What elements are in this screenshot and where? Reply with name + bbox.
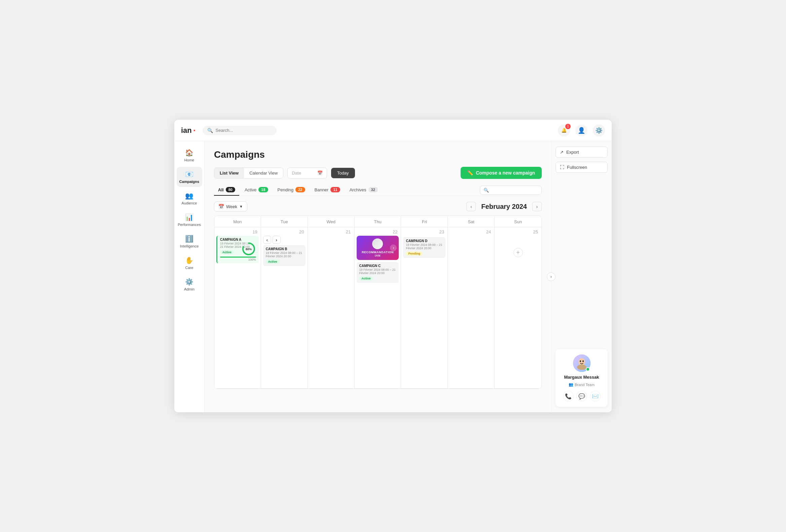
tab-search[interactable]: 🔍 xyxy=(480,186,542,195)
add-event-button[interactable]: + xyxy=(513,248,523,257)
audience-icon: 👥 xyxy=(185,192,193,200)
cal-cell-sun[interactable]: 25 + xyxy=(494,227,541,389)
global-search[interactable]: 🔍 xyxy=(203,126,277,135)
campaign-search-input[interactable] xyxy=(491,188,538,192)
campaign-b-block[interactable]: CAMPAIGN B 19 Février 2024 08:00 – 21 Fé… xyxy=(263,245,305,266)
user-card: Margaux Messak 👥 Brand Team 📞 💬 ✉️ xyxy=(556,349,608,407)
cal-cell-tue[interactable]: 20 ‹ › CAMPAIGN B 19 Février 2024 08:00 … xyxy=(261,227,308,389)
right-panel: › ↗ Export ⛶ Fullscreen xyxy=(551,141,612,412)
settings-button[interactable]: ⚙️ xyxy=(593,124,605,137)
campaign-d-block[interactable]: CAMPAIGN D 19 Février 2024 08:00 – 21 Fé… xyxy=(403,237,445,258)
campaign-d-date: 19 Février 2024 08:00 – 21 Février 2024 … xyxy=(406,243,443,250)
cal-cell-sat[interactable]: 24 xyxy=(448,227,494,389)
sidebar-item-home[interactable]: 🏠 Home xyxy=(177,145,202,166)
tab-all-badge: 80 xyxy=(226,187,235,192)
sidebar-item-audience[interactable]: 👥 Audience xyxy=(177,188,202,209)
user-actions: 📞 💬 ✉️ xyxy=(563,391,601,402)
cal-day-num-24: 24 xyxy=(450,229,492,234)
prev-month-button[interactable]: ‹ xyxy=(466,202,476,211)
svg-point-7 xyxy=(582,361,584,362)
cal-cell-mon[interactable]: 19 CAMPAIGN A 19 Février 2024 08:00 – 21… xyxy=(214,227,261,389)
logo-text: ian xyxy=(181,126,192,135)
campaign-d-name: CAMPAIGN D xyxy=(406,239,443,243)
compose-button[interactable]: ✏️ Compose a new campaign xyxy=(461,167,542,179)
campaign-a-status: Active xyxy=(220,250,234,254)
user-icon: 👤 xyxy=(578,127,585,134)
campaign-b-date: 19 Février 2024 08:00 – 21 Février 2024 … xyxy=(266,251,303,258)
calendar-view-button[interactable]: Calendar View xyxy=(244,168,283,178)
week-select[interactable]: 📅 Week ▼ xyxy=(214,201,247,212)
user-team: 👥 Brand Team xyxy=(569,382,595,387)
user-avatar xyxy=(573,355,591,372)
page-title: Campaigns xyxy=(214,149,542,160)
next-month-button[interactable]: › xyxy=(532,202,542,211)
tab-pending[interactable]: Pending 22 xyxy=(274,184,309,196)
team-icon: 👥 xyxy=(569,382,573,387)
calendar-header: 📅 Week ▼ ‹ February 2024 › xyxy=(214,201,542,212)
campaign-a-progress-ring: 80% xyxy=(241,241,256,256)
cal-cell-fri[interactable]: 23 CAMPAIGN D 19 Février 2024 08:00 – 21… xyxy=(401,227,448,389)
cal-header-fri: Fri xyxy=(401,216,448,227)
list-view-button[interactable]: List View xyxy=(214,168,244,178)
search-input[interactable] xyxy=(216,128,270,133)
cal-day-num-19: 19 xyxy=(216,229,259,234)
sidebar-item-admin[interactable]: ⚙️ Admin xyxy=(177,274,202,295)
sidebar-item-performances[interactable]: 📊 Performances xyxy=(177,210,202,230)
panel-toggle-button[interactable]: › xyxy=(547,272,556,281)
admin-icon: ⚙️ xyxy=(185,278,193,286)
cal-day-num-20: 20 xyxy=(263,229,305,234)
cal-header-sun: Sun xyxy=(494,216,541,227)
chat-button[interactable]: 💬 xyxy=(576,391,587,402)
campaign-b-name: CAMPAIGN B xyxy=(266,247,303,251)
sidebar-item-care[interactable]: ✋ Care xyxy=(177,253,202,273)
campaigns-icon: 📧 xyxy=(185,170,193,178)
gear-icon: ⚙️ xyxy=(595,127,603,134)
tab-active[interactable]: Active 18 xyxy=(240,184,272,196)
sidebar-item-intelligence[interactable]: ℹ️ Intelligence xyxy=(177,232,202,251)
tab-banner[interactable]: Banner 11 xyxy=(310,184,344,196)
cal-day-num-25: 25 xyxy=(496,229,539,234)
cal-cell-thu[interactable]: 22 RECOMMANDATION IAN › CAMPAIGN C 19 Fé… xyxy=(355,227,401,389)
topbar: ian· 🔍 🔔 1 👤 ⚙️ xyxy=(174,120,612,141)
calendar-small-icon: 📅 xyxy=(218,204,224,209)
campaign-tabs: All 80 Active 18 Pending 22 Banner 11 Ar… xyxy=(214,184,542,196)
app-logo: ian· xyxy=(181,126,196,135)
chevron-down-icon: ▼ xyxy=(239,204,243,209)
export-icon: ↗ xyxy=(560,150,563,155)
date-picker[interactable]: Date 📅 xyxy=(287,167,327,178)
fullscreen-icon: ⛶ xyxy=(560,165,564,170)
month-navigation: ‹ February 2024 › xyxy=(466,202,542,211)
tab-all[interactable]: All 80 xyxy=(214,184,239,196)
tab-pending-badge: 22 xyxy=(295,187,305,192)
notification-button[interactable]: 🔔 1 xyxy=(558,124,570,137)
content-area: Campaigns List View Calendar View Date 📅… xyxy=(205,141,551,412)
tab-archives[interactable]: Archives 32 xyxy=(346,184,382,196)
svg-point-4 xyxy=(578,358,585,366)
export-button[interactable]: ↗ Export xyxy=(556,147,608,158)
sidebar-item-campaigns[interactable]: 📧 Campaigns xyxy=(177,167,202,187)
campaign-c-name: CAMPAIGN C xyxy=(360,264,396,268)
campaign-c-block[interactable]: CAMPAIGN C 19 Février 2024 08:00 – 21 Fé… xyxy=(357,262,399,283)
recommandation-ian-block[interactable]: RECOMMANDATION IAN › xyxy=(357,236,399,260)
recommandation-next[interactable]: › xyxy=(390,244,397,251)
notification-badge: 1 xyxy=(565,124,571,129)
call-button[interactable]: 📞 xyxy=(563,391,574,402)
search-icon: 🔍 xyxy=(207,128,213,133)
campaign-c-status: Active xyxy=(360,276,373,281)
tab-banner-badge: 11 xyxy=(330,187,340,192)
pencil-icon: ✏️ xyxy=(467,170,473,175)
prev-arrow[interactable]: ‹ xyxy=(263,236,271,244)
home-icon: 🏠 xyxy=(185,149,193,157)
tab-archives-badge: 32 xyxy=(368,187,378,192)
user-profile-button[interactable]: 👤 xyxy=(575,124,587,137)
user-name: Margaux Messak xyxy=(564,374,599,380)
intelligence-icon: ℹ️ xyxy=(185,235,193,243)
cal-cell-wed[interactable]: 21 xyxy=(308,227,355,389)
calendar-days-header: Mon Tue Wed Thu Fri Sat Sun xyxy=(214,216,541,227)
email-button[interactable]: ✉️ xyxy=(590,391,601,402)
today-button[interactable]: Today xyxy=(331,168,355,178)
fullscreen-button[interactable]: ⛶ Fullscreen xyxy=(556,162,608,173)
next-arrow[interactable]: › xyxy=(273,236,281,244)
campaign-a-name: CAMPAIGN A xyxy=(220,238,256,241)
campaign-a-block[interactable]: CAMPAIGN A 19 Février 2024 08:00 – 21 Fé… xyxy=(216,236,259,263)
